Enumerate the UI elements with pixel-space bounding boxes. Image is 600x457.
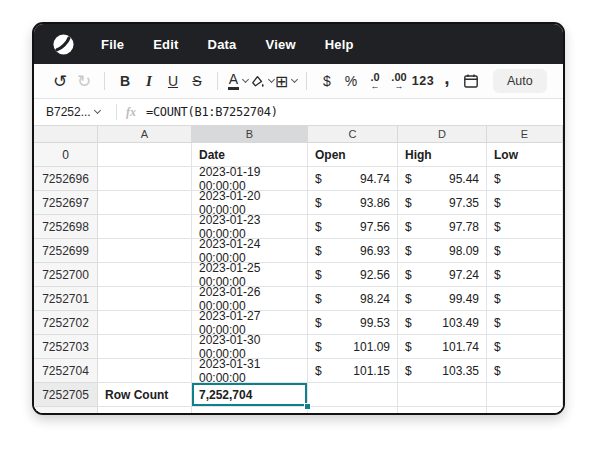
borders-button[interactable]: ⊞ [274, 68, 298, 94]
cell[interactable] [308, 407, 398, 415]
column-header-b[interactable]: B [192, 126, 308, 143]
row-number[interactable]: 7252702 [34, 311, 98, 335]
cell[interactable] [98, 407, 192, 415]
cell[interactable]: $99.53 [308, 311, 398, 335]
currency-format-button[interactable]: $ [315, 68, 339, 94]
cell[interactable]: $ [487, 215, 563, 239]
undo-icon[interactable]: ↺ [48, 68, 72, 94]
cell[interactable] [98, 359, 192, 383]
cell[interactable] [487, 383, 563, 407]
row-number[interactable]: 7252697 [34, 191, 98, 215]
cell[interactable]: 2023-01-20 00:00:00 [192, 191, 308, 215]
underline-button[interactable]: U [161, 68, 185, 94]
cell[interactable]: 2023-01-30 00:00:00 [192, 335, 308, 359]
italic-button[interactable]: I [137, 68, 161, 94]
select-all-corner[interactable] [34, 126, 98, 143]
cell[interactable]: $97.35 [398, 191, 487, 215]
comma-format-button[interactable]: , [435, 68, 459, 94]
row-number[interactable]: 0 [34, 143, 98, 167]
cell[interactable]: $97.78 [398, 215, 487, 239]
cell[interactable]: $99.49 [398, 287, 487, 311]
cell[interactable]: $ [487, 263, 563, 287]
row-number[interactable]: 7252696 [34, 167, 98, 191]
row-number[interactable]: 7252706 [34, 407, 98, 415]
cell[interactable]: $97.24 [398, 263, 487, 287]
plain-number-format-button[interactable]: 123 [411, 68, 435, 94]
menu-help[interactable]: Help [325, 37, 354, 52]
row-number[interactable]: 7252704 [34, 359, 98, 383]
cell[interactable]: $97.56 [308, 215, 398, 239]
cell[interactable]: Open [308, 143, 398, 167]
cell[interactable] [98, 143, 192, 167]
menu-file[interactable]: File [101, 37, 124, 52]
row-number[interactable]: 7252701 [34, 287, 98, 311]
cell[interactable] [398, 383, 487, 407]
cell[interactable]: $ [487, 191, 563, 215]
selected-cell[interactable]: 7,252,704 [192, 383, 308, 407]
cell[interactable]: $ [487, 311, 563, 335]
cell[interactable]: $103.49 [398, 311, 487, 335]
cell[interactable] [487, 407, 563, 415]
cell[interactable] [308, 383, 398, 407]
cell[interactable] [398, 407, 487, 415]
cell[interactable] [98, 335, 192, 359]
cell[interactable] [98, 167, 192, 191]
cell[interactable]: 2023-01-19 00:00:00 [192, 167, 308, 191]
cell[interactable]: Low [487, 143, 563, 167]
cell[interactable]: 2023-01-23 00:00:00 [192, 215, 308, 239]
cell[interactable] [98, 191, 192, 215]
row-number[interactable]: 7252705 [34, 383, 98, 407]
row-count-label-cell[interactable]: Row Count [98, 383, 192, 407]
cell[interactable] [98, 311, 192, 335]
bold-button[interactable]: B [113, 68, 137, 94]
cell[interactable]: 2023-01-25 00:00:00 [192, 263, 308, 287]
cell[interactable] [98, 239, 192, 263]
cell[interactable]: 2023-01-26 00:00:00 [192, 287, 308, 311]
cell[interactable]: $96.93 [308, 239, 398, 263]
cell[interactable]: $98.09 [398, 239, 487, 263]
cell[interactable]: $ [487, 167, 563, 191]
text-color-button[interactable]: A [226, 68, 250, 94]
cell[interactable] [98, 263, 192, 287]
cell[interactable]: $94.74 [308, 167, 398, 191]
percent-format-button[interactable]: % [339, 68, 363, 94]
increase-decimal-button[interactable]: .00→ [387, 68, 411, 94]
row-number[interactable]: 7252700 [34, 263, 98, 287]
app-logo-icon[interactable] [52, 33, 75, 56]
number-format-dropdown[interactable]: Auto [493, 69, 547, 93]
menu-view[interactable]: View [266, 37, 296, 52]
menu-edit[interactable]: Edit [153, 37, 178, 52]
column-header-a[interactable]: A [98, 126, 192, 143]
cell[interactable]: $95.44 [398, 167, 487, 191]
column-header-c[interactable]: C [308, 126, 398, 143]
cell[interactable]: Date [192, 143, 308, 167]
row-number[interactable]: 7252699 [34, 239, 98, 263]
cell[interactable] [98, 215, 192, 239]
column-header-e[interactable]: E [487, 126, 563, 143]
cell[interactable]: $93.86 [308, 191, 398, 215]
fill-handle[interactable] [304, 403, 311, 410]
fill-color-button[interactable] [250, 68, 274, 94]
cell[interactable]: $98.24 [308, 287, 398, 311]
cell[interactable]: $101.09 [308, 335, 398, 359]
cell[interactable]: $101.74 [398, 335, 487, 359]
cell-name-box[interactable]: B7252... [46, 105, 112, 119]
cell[interactable]: $103.35 [398, 359, 487, 383]
row-number[interactable]: 7252698 [34, 215, 98, 239]
cell[interactable]: $101.15 [308, 359, 398, 383]
column-header-d[interactable]: D [398, 126, 487, 143]
cell[interactable] [192, 407, 308, 415]
cell[interactable]: $ [487, 287, 563, 311]
date-format-button[interactable] [459, 68, 483, 94]
cell[interactable]: $ [487, 335, 563, 359]
cell[interactable] [98, 287, 192, 311]
cell[interactable]: $ [487, 239, 563, 263]
row-number[interactable]: 7252703 [34, 335, 98, 359]
decrease-decimal-button[interactable]: .0← [363, 68, 387, 94]
strikethrough-button[interactable]: S [185, 68, 209, 94]
formula-input[interactable]: =COUNT(B1:B7252704) [146, 105, 278, 119]
cell[interactable]: $ [487, 359, 563, 383]
menu-data[interactable]: Data [208, 37, 237, 52]
cell[interactable]: $92.56 [308, 263, 398, 287]
cell[interactable]: High [398, 143, 487, 167]
